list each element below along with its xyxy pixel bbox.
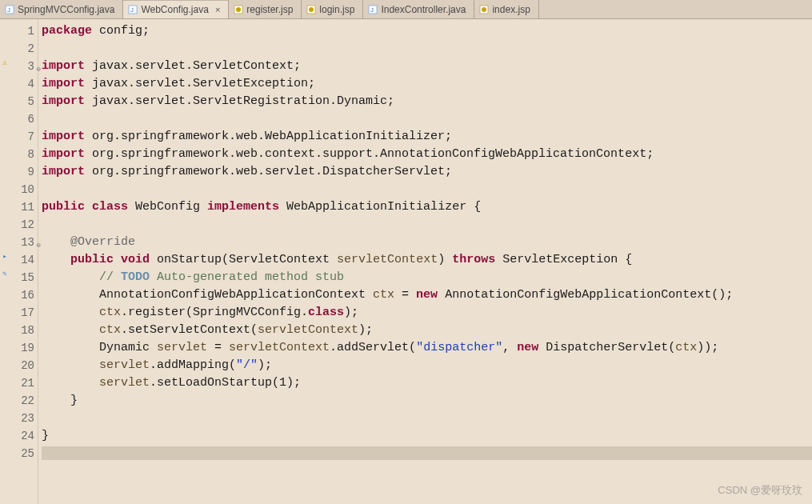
code-editor: ⚠▸✎ 123⊖45678910111213⊖14151617181920212… (0, 19, 812, 504)
code-line[interactable]: ctx.register(SpringMVCConfig.class); (42, 304, 812, 322)
code-line[interactable]: @Override (42, 234, 812, 251)
jsp-file-icon (479, 5, 489, 14)
tab-label: login.jsp (319, 4, 354, 15)
tab-register-jsp[interactable]: register.jsp (229, 0, 302, 18)
code-line[interactable] (42, 445, 812, 462)
task-marker-icon[interactable]: ✎ (1, 270, 9, 278)
line-number: 10 (11, 181, 34, 198)
svg-text:J: J (370, 6, 374, 14)
line-number: 8 (11, 146, 34, 163)
line-number: 16 (11, 286, 34, 304)
code-line[interactable]: Dynamic servlet = servletContext.addServ… (42, 339, 812, 357)
code-line[interactable]: // TODO Auto-generated method stub (42, 269, 812, 286)
code-line[interactable]: } (42, 427, 812, 445)
code-line[interactable]: import org.springframework.web.servlet.D… (42, 163, 812, 181)
line-number: 12 (11, 216, 34, 234)
code-line[interactable]: public void onStartup(ServletContext ser… (42, 251, 812, 269)
tab-indexcontroller-java[interactable]: JIndexController.java (363, 0, 474, 18)
code-line[interactable] (42, 40, 812, 58)
java-file-icon: J (368, 5, 378, 14)
fold-toggle-icon[interactable]: ⊖ (37, 237, 41, 254)
line-number: 11 (11, 198, 34, 216)
line-number: 3⊖ (11, 58, 34, 75)
code-line[interactable]: servlet.setLoadOnStartup(1); (42, 374, 812, 392)
java-file-icon: J (128, 5, 138, 14)
line-number: 6 (11, 110, 34, 128)
line-number: 22 (11, 392, 34, 410)
override-marker-icon[interactable]: ▸ (1, 253, 9, 261)
tab-label: WebConfig.java (141, 4, 209, 15)
code-line[interactable] (42, 410, 812, 427)
line-number: 21 (11, 374, 34, 392)
code-line[interactable]: ctx.setServletContext(servletContext); (42, 322, 812, 339)
code-line[interactable]: AnnotationConfigWebApplicationContext ct… (42, 286, 812, 304)
code-line[interactable]: import org.springframework.web.WebApplic… (42, 128, 812, 146)
tab-index-jsp[interactable]: index.jsp (474, 0, 538, 18)
line-number: 25 (11, 445, 34, 462)
line-number: 4 (11, 75, 34, 93)
jsp-file-icon (234, 5, 243, 14)
svg-point-7 (309, 7, 314, 12)
line-number: 1 (11, 22, 34, 40)
close-icon[interactable]: × (215, 5, 220, 14)
warning-marker-icon[interactable]: ⚠ (1, 59, 9, 67)
line-number: 7 (11, 128, 34, 146)
svg-point-11 (482, 7, 486, 12)
line-number: 2 (11, 40, 34, 58)
jsp-file-icon (306, 5, 316, 14)
line-number: 17 (11, 304, 34, 322)
code-line[interactable]: import javax.servlet.ServletRegistration… (42, 93, 812, 110)
tab-webconfig-java[interactable]: JWebConfig.java× (123, 0, 229, 18)
line-number: 5 (11, 93, 34, 110)
svg-text:J: J (7, 6, 10, 14)
line-number: 14 (11, 251, 34, 269)
code-line[interactable]: } (42, 392, 812, 410)
svg-text:J: J (130, 6, 134, 14)
tab-label: index.jsp (492, 4, 530, 15)
code-line[interactable] (42, 216, 812, 234)
marker-strip: ⚠▸✎ (0, 19, 11, 504)
line-number: 9 (11, 163, 34, 181)
line-number: 23 (11, 410, 34, 427)
tab-login-jsp[interactable]: login.jsp (302, 0, 363, 18)
tab-label: IndexController.java (381, 4, 466, 15)
line-number: 19 (11, 339, 34, 357)
code-line[interactable]: import org.springframework.web.context.s… (42, 146, 812, 163)
tab-springmvcconfig-java[interactable]: JSpringMVCConfig.java (0, 0, 123, 18)
code-line[interactable] (42, 110, 812, 128)
line-number-gutter: 123⊖45678910111213⊖141516171819202122232… (11, 19, 38, 504)
code-line[interactable] (42, 181, 812, 198)
line-number: 13⊖ (11, 234, 34, 251)
editor-tabbar: JSpringMVCConfig.javaJWebConfig.java×reg… (0, 0, 812, 19)
code-line[interactable]: package config; (42, 22, 812, 40)
code-line[interactable]: import javax.servlet.ServletException; (42, 75, 812, 93)
code-line[interactable]: servlet.addMapping("/"); (42, 357, 812, 374)
fold-toggle-icon[interactable]: ⊖ (37, 61, 41, 78)
line-number: 15 (11, 269, 34, 286)
line-number: 20 (11, 357, 34, 374)
tab-label: SpringMVCConfig.java (18, 4, 114, 15)
line-number: 24 (11, 427, 34, 445)
code-line[interactable]: import javax.servlet.ServletContext; (42, 58, 812, 75)
line-number: 18 (11, 322, 34, 339)
svg-point-5 (236, 7, 241, 12)
tab-label: register.jsp (246, 4, 293, 15)
java-file-icon: J (5, 5, 14, 14)
code-line[interactable]: public class WebConfig implements WebApp… (42, 198, 812, 216)
code-area[interactable]: package config; import javax.servlet.Ser… (38, 19, 812, 504)
